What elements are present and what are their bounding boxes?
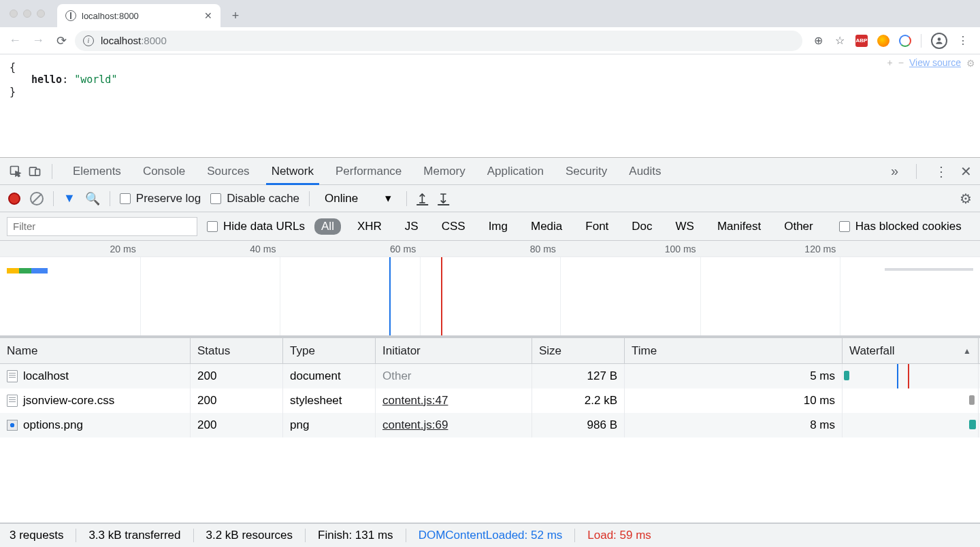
network-filter-bar: Hide data URLs AllXHRJSCSSImgMediaFontDo… [0,212,980,241]
tab-console[interactable]: Console [132,158,196,185]
load-marker [441,257,442,335]
window-maximize-icon[interactable] [37,10,45,18]
col-type[interactable]: Type [283,338,376,363]
filter-type-all[interactable]: All [314,218,341,235]
filter-type-manifest[interactable]: Manifest [710,218,768,235]
network-toolbar: ▼ 🔍 Preserve log Disable cache Online▾ ↥… [0,185,980,212]
close-tab-icon[interactable]: ✕ [204,10,212,21]
table-row[interactable]: jsonview-core.css200stylesheetcontent.js… [0,388,980,413]
tab-security[interactable]: Security [555,158,618,185]
tab-network[interactable]: Network [261,158,325,185]
site-info-icon[interactable]: i [83,35,94,46]
filter-type-doc[interactable]: Doc [625,218,659,235]
timeline-tick: 60 ms [390,244,420,254]
clear-button[interactable] [30,192,44,205]
record-button[interactable] [8,193,20,205]
view-source-link[interactable]: View source [909,57,961,68]
search-icon[interactable]: 🔍 [85,191,100,206]
window-close-icon[interactable] [10,10,18,18]
network-settings-icon[interactable]: ⚙ [960,190,972,207]
filter-type-img[interactable]: Img [482,218,514,235]
tab-sources[interactable]: Sources [196,158,260,185]
profile-avatar-icon[interactable] [931,33,947,49]
weibo-extension-icon[interactable] [877,35,889,47]
filter-input[interactable] [7,217,197,236]
forward-button[interactable]: → [29,31,48,50]
cell-initiator[interactable]: content.js:69 [376,413,532,437]
status-load: Load: 59 ms [587,529,651,542]
network-status-bar: 3 requests 3.3 kB transferred 3.2 kB res… [0,523,980,547]
status-transferred: 3.3 kB transferred [88,529,180,542]
network-timeline[interactable]: 20 ms40 ms60 ms80 ms100 ms120 ms [0,241,980,336]
tab-elements[interactable]: Elements [62,158,132,185]
extension-globe-icon[interactable] [899,35,911,47]
col-initiator[interactable]: Initiator [376,338,532,363]
timeline-tick: 40 ms [250,244,280,254]
hide-data-urls-checkbox[interactable]: Hide data URLs [207,220,305,233]
json-body: { [10,61,970,73]
cell-size: 127 B [532,364,625,388]
col-waterfall[interactable]: Waterfall▲ [843,338,979,363]
reload-button[interactable]: ⟳ [52,31,71,50]
bookmark-star-icon[interactable]: ☆ [834,35,846,47]
collapse-button[interactable]: − [898,57,904,68]
tab-application[interactable]: Application [476,158,555,185]
address-bar: ← → ⟳ i localhost:8000 ⊕ ☆ ABP ⋮ [0,27,980,54]
download-har-icon[interactable]: ↧ [438,190,449,207]
filter-toggle-icon[interactable]: ▼ [63,191,76,205]
expand-button[interactable]: + [887,57,893,68]
table-row[interactable]: localhost200documentOther127 B5 ms [0,364,980,388]
filter-type-media[interactable]: Media [524,218,569,235]
devtools-panel: ElementsConsoleSourcesNetworkPerformance… [0,158,980,547]
has-blocked-cookies-checkbox[interactable]: Has blocked cookies [839,220,962,233]
col-time[interactable]: Time [625,338,843,363]
abp-extension-icon[interactable]: ABP [855,35,868,47]
table-header: Name Status Type Initiator Size Time Wat… [0,338,980,364]
new-tab-button[interactable]: + [226,6,245,25]
more-tabs-icon[interactable]: » [891,163,898,179]
sort-asc-icon: ▲ [963,346,971,356]
tab-performance[interactable]: Performance [325,158,412,185]
tab-memory[interactable]: Memory [412,158,476,185]
devtools-tabs: ElementsConsoleSourcesNetworkPerformance… [0,158,980,185]
col-status[interactable]: Status [191,338,283,363]
filter-type-other[interactable]: Other [777,218,820,235]
back-button[interactable]: ← [5,31,24,50]
device-toolbar-icon[interactable] [27,164,42,179]
filter-type-ws[interactable]: WS [669,218,701,235]
status-requests: 3 requests [10,529,63,542]
svg-point-0 [938,37,941,41]
col-name[interactable]: Name [0,338,191,363]
file-icon [7,420,18,431]
table-row[interactable]: options.png200pngcontent.js:69986 B8 ms [0,413,980,437]
browser-tab[interactable]: localhost:8000 ✕ [57,4,220,27]
filter-type-xhr[interactable]: XHR [350,218,389,235]
gear-icon[interactable]: ⚙ [966,58,976,67]
devtools-close-icon[interactable]: ✕ [960,163,972,180]
filter-type-js[interactable]: JS [398,218,425,235]
tab-audits[interactable]: Audits [618,158,672,185]
chrome-menu-icon[interactable]: ⋮ [957,35,969,47]
preserve-log-checkbox[interactable]: Preserve log [120,192,201,205]
filter-type-font[interactable]: Font [578,218,615,235]
cell-type: stylesheet [283,388,376,413]
upload-har-icon[interactable]: ↥ [416,190,428,207]
disable-cache-checkbox[interactable]: Disable cache [210,192,299,205]
timeline-overview-bar2 [885,268,973,271]
omnibox[interactable]: i localhost:8000 [75,31,802,51]
dcl-marker [389,257,391,335]
col-size[interactable]: Size [532,338,625,363]
zoom-icon[interactable]: ⊕ [812,35,824,47]
cell-size: 2.2 kB [532,388,625,413]
timeline-tick: 120 ms [804,244,840,254]
file-icon [7,370,18,382]
cell-initiator[interactable]: content.js:47 [376,388,532,413]
throttling-select[interactable]: Online▾ [319,191,397,205]
inspect-element-icon[interactable] [8,164,23,179]
devtools-more: » ⋮ ✕ [891,163,972,180]
devtools-menu-icon[interactable]: ⋮ [934,163,948,180]
filter-type-css[interactable]: CSS [435,218,472,235]
window-controls [0,10,54,27]
globe-icon [65,10,76,21]
window-minimize-icon[interactable] [23,10,31,18]
